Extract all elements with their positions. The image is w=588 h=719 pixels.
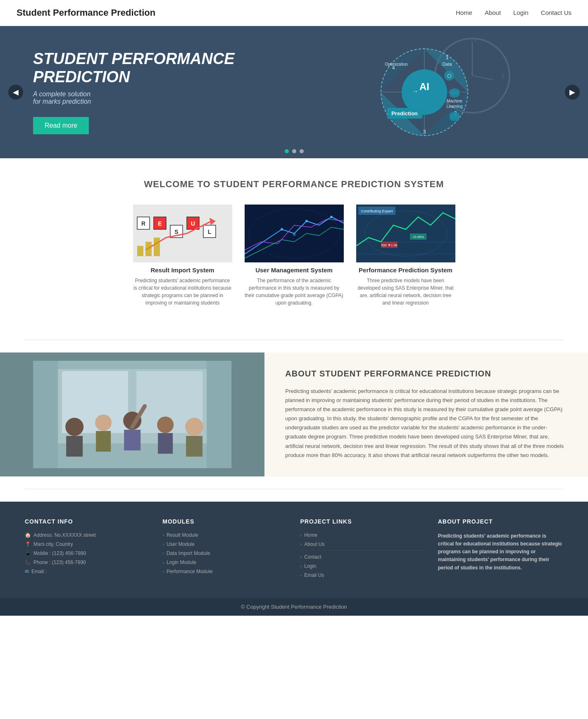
about-text: Predicting students' academic performanc… [285, 387, 567, 460]
svg-text:→: → [412, 88, 418, 95]
cards-row: R E S U L Result Import System Predictin… [25, 205, 563, 307]
card-user: ◉ User Management System The performance… [245, 205, 344, 307]
chevron-icon: › [300, 564, 302, 569]
footer-about-text: Predicting students' academic performanc… [438, 532, 563, 572]
ai-diagram: AI 1 2 3 4 Data Machine Learning Optimiz… [379, 47, 470, 138]
svg-point-25 [450, 92, 459, 98]
svg-text:1: 1 [446, 54, 449, 60]
svg-text:U: U [190, 220, 195, 227]
about-content: ABOUT STUDENT PERFORMANCE PREDICTION Pre… [264, 352, 588, 476]
card-perf-image: Contributing Expert 500 ▼1.56 +0.45% [356, 205, 455, 262]
svg-text:S: S [174, 229, 178, 235]
footer-link-contact[interactable]: › Contact [300, 554, 426, 560]
svg-text:R: R [141, 220, 145, 227]
svg-text:AI: AI [419, 81, 429, 92]
email-icon: ✉ [25, 569, 29, 574]
nav-contact[interactable]: Contact Us [541, 9, 571, 16]
footer-modules: MODULES › Result Module › User Module › … [162, 518, 288, 581]
card-user-image: ◉ [245, 205, 344, 262]
card-perf-title: Performance Prediction System [356, 267, 455, 274]
svg-rect-41 [137, 246, 143, 256]
chevron-icon: › [300, 573, 302, 578]
nav-links: Home About Login Contact Us [456, 9, 571, 17]
phone-icon: 📞 [25, 559, 31, 565]
card-user-title: User Management System [245, 267, 344, 274]
footer-contact-heading: CONTACT INFO [25, 518, 150, 525]
brand-title: Student Performance Prediction [17, 7, 155, 18]
svg-point-46 [305, 220, 308, 222]
footer-project-links: PROJECT LINKS › Home › About Us › Contac… [300, 518, 426, 581]
dot-3[interactable] [300, 149, 304, 153]
footer-project-heading: PROJECT LINKS [300, 518, 426, 525]
footer-data-module[interactable]: › Data Import Module [162, 550, 288, 556]
footer-user-module[interactable]: › User Module [162, 541, 288, 547]
svg-rect-43 [154, 238, 160, 256]
footer-mobile: 📱 Mobile : (123) 456-7890 [25, 550, 150, 556]
footer-link-about[interactable]: › About Us [300, 541, 426, 547]
card-perf-desc: Three predictive models have been develo… [356, 277, 455, 307]
read-more-button[interactable]: Read more [33, 117, 89, 134]
footer-perf-module[interactable]: › Performance Module [162, 569, 288, 574]
copyright-text: © Copyright Student Performance Predicti… [241, 604, 347, 610]
card-result-desc: Predicting students' academic performanc… [133, 277, 232, 307]
footer-address2: 📍 Mars city, Country [25, 541, 150, 547]
footer-contact: CONTACT INFO 🏠 Address: No.XXXXXX street… [25, 518, 150, 581]
svg-text:L: L [207, 229, 211, 235]
nav-home[interactable]: Home [456, 9, 472, 16]
next-slide-button[interactable]: ▶ [565, 85, 580, 100]
card-user-desc: The performance of the academic performa… [245, 277, 344, 307]
footer-login-module[interactable]: › Login Module [162, 559, 288, 565]
svg-point-28 [450, 115, 459, 121]
hero-subtitle: A complete solutionfor marks prediction [33, 90, 294, 105]
chevron-icon: › [162, 560, 164, 565]
svg-rect-75 [58, 361, 207, 468]
students-svg [0, 361, 264, 468]
footer-phone: 📞 Phone : (123) 456-7890 [25, 559, 150, 565]
about-section: ABOUT STUDENT PERFORMANCE PREDICTION Pre… [0, 352, 588, 476]
footer-link-email[interactable]: › Email Us [300, 572, 426, 578]
mobile-icon: 📱 [25, 550, 31, 556]
prev-slide-button[interactable]: ◀ [8, 85, 23, 100]
home-icon: 🏠 [25, 532, 31, 538]
chevron-icon: › [300, 542, 302, 547]
chevron-icon: › [162, 551, 164, 556]
section-divider [25, 340, 563, 340]
svg-text:+0.45%: +0.45% [412, 235, 424, 239]
nav-about[interactable]: About [485, 9, 501, 16]
footer-link-home[interactable]: › Home [300, 532, 426, 538]
welcome-section: WELCOME TO STUDENT PERFORMANCE PREDICTIO… [0, 158, 588, 327]
svg-rect-42 [145, 242, 152, 256]
about-title: ABOUT STUDENT PERFORMANCE PREDICTION [285, 369, 567, 379]
card-result-image: R E S U L [133, 205, 232, 262]
svg-text:Machine: Machine [447, 99, 462, 103]
location-icon: 📍 [25, 541, 31, 547]
about-divider [25, 489, 563, 489]
chevron-icon: › [300, 533, 302, 538]
svg-text:Prediction: Prediction [391, 110, 418, 117]
svg-text:◉: ◉ [292, 232, 296, 236]
footer-link-login[interactable]: › Login [300, 563, 426, 569]
svg-text:Learning: Learning [447, 104, 463, 109]
footer: CONTACT INFO 🏠 Address: No.XXXXXX street… [0, 502, 588, 598]
footer-about-project: ABOUT PROJECT Predicting students' acade… [438, 518, 563, 581]
chevron-icon: › [300, 555, 302, 559]
svg-text:Optimization: Optimization [385, 62, 408, 67]
navbar: Student Performance Prediction Home Abou… [0, 0, 588, 26]
about-image [0, 352, 264, 476]
hero-left: STUDENT PERFORMANCE PREDICTION A complet… [33, 50, 294, 134]
welcome-heading: WELCOME TO STUDENT PERFORMANCE PREDICTIO… [25, 179, 563, 190]
dot-1[interactable] [285, 149, 289, 153]
svg-text:E: E [158, 220, 162, 227]
svg-text:Contributing Expert: Contributing Expert [361, 209, 393, 213]
nav-login[interactable]: Login [513, 9, 528, 16]
footer-modules-heading: MODULES [162, 518, 288, 525]
card-perf: Contributing Expert 500 ▼1.56 +0.45% Per… [356, 205, 455, 307]
ai-diagram-svg: AI 1 2 3 4 Data Machine Learning Optimiz… [379, 47, 470, 138]
chevron-icon: › [162, 569, 164, 574]
footer-link-divider [300, 550, 426, 551]
card-result: R E S U L Result Import System Predictin… [133, 205, 232, 307]
dot-2[interactable] [292, 149, 296, 153]
hero-section: 12 3 STUDENT PERFORMANCE PREDICTION A co… [0, 26, 588, 158]
footer-result-module[interactable]: › Result Module [162, 532, 288, 538]
footer-address1: 🏠 Address: No.XXXXXX street [25, 532, 150, 538]
